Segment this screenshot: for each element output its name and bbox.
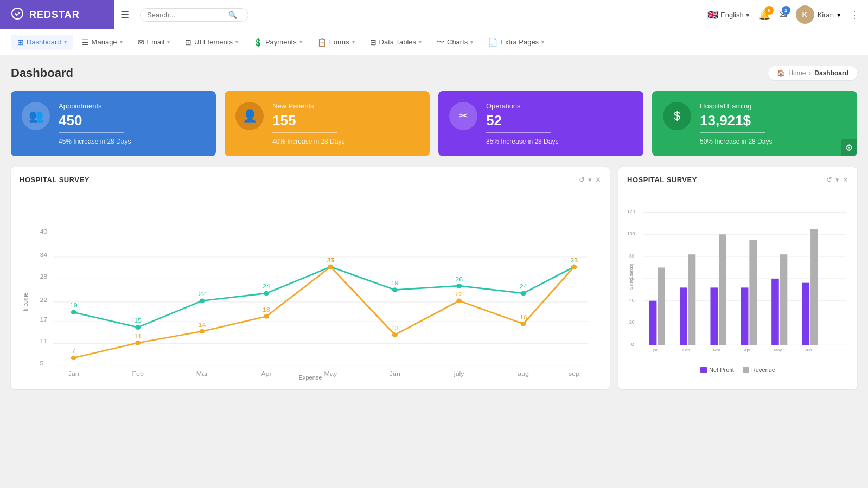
chevron-down-button[interactable]: ▾ [588,176,592,184]
svg-text:22: 22 [455,291,463,297]
svg-text:11: 11 [134,333,142,339]
svg-text:18: 18 [263,307,270,313]
svg-text:Mar: Mar [713,348,720,352]
nav-item-charts[interactable]: 〜 Charts ▾ [430,34,480,50]
appointments-icon-circle: 👥 [22,102,50,130]
svg-text:11: 11 [40,338,47,344]
bar [710,287,718,345]
divider [59,132,124,133]
svg-text:Jun: Jun [805,348,812,352]
bar-chart-container: 0 20 40 60 80 100 120 $ (thousands) [627,192,848,373]
svg-text:14: 14 [199,322,206,328]
svg-point-30 [392,287,398,292]
chevron-down-icon: ▾ [64,39,67,45]
svg-text:$ (thousands): $ (thousands) [629,264,634,290]
payments-nav-icon: 💲 [253,38,263,47]
nav-item-extra-pages[interactable]: 📄 Extra Pages ▾ [482,35,551,50]
search-input[interactable] [147,11,228,19]
line-chart-svg: 5 11 17 22 28 34 40 Jan [20,192,601,377]
operations-info: Operations 52 85% Increase in 28 Days [486,102,633,145]
data-tables-nav-icon: ⊟ [370,38,376,47]
page-title: Dashboard [11,66,73,80]
message-button[interactable]: ✉ 2 [779,9,787,21]
operations-label: Operations [486,102,633,110]
bar [771,279,779,345]
svg-text:May: May [324,371,337,377]
notification-badge-1: 6 [765,6,774,15]
svg-text:0: 0 [631,342,634,347]
svg-point-32 [521,291,526,296]
language-button[interactable]: 🇬🇧 English ▾ [707,10,750,20]
nav-item-data-tables[interactable]: ⊟ Data Tables ▾ [363,35,428,50]
svg-point-44 [135,341,141,345]
refresh-button-bar[interactable]: ↺ [826,176,832,184]
svg-text:5: 5 [40,361,43,367]
line-chart-title: HOSPITAL SURVEY [20,176,90,184]
svg-point-48 [392,332,398,337]
legend-net-profit: Net Profit [700,367,734,373]
chevron-down-button-bar[interactable]: ▾ [835,176,839,184]
line-chart-container: 5 11 17 22 28 34 40 Jan [20,192,601,381]
close-button[interactable]: ✕ [595,176,601,184]
svg-text:Feb: Feb [682,348,690,352]
nav-item-payments[interactable]: 💲 Payments ▾ [247,35,309,50]
nav-item-ui-elements[interactable]: ⊡ UI Elements ▾ [178,35,245,50]
legend-dot-net-profit [700,367,707,373]
divider [486,132,551,133]
breadcrumb-separator: › [809,69,811,77]
avatar: K [796,5,814,24]
user-menu-button[interactable]: K Kiran ▾ [796,5,841,24]
chevron-down-icon: ▾ [167,39,170,45]
breadcrumb-current: Dashboard [814,69,848,77]
chevron-down-icon: ▾ [470,39,473,45]
svg-point-28 [264,291,269,296]
svg-point-49 [456,299,462,304]
ui-elements-nav-icon: ⊡ [185,38,192,47]
home-icon: 🏠 [777,69,785,77]
appointments-label: Appointments [59,102,205,110]
manage-nav-icon: ☰ [82,38,89,47]
notification-badge-2: 2 [782,6,790,15]
close-button-bar[interactable]: ✕ [843,176,848,184]
settings-button[interactable]: ⚙ [841,139,857,156]
patients-value: 155 [272,112,419,129]
bar-chart-card: HOSPITAL SURVEY ↺ ▾ ✕ 0 20 40 60 80 100 … [618,167,857,389]
earning-info: Hospital Earning 13,921$ 50% Increase in… [700,102,846,145]
chevron-down-icon: ▾ [419,39,422,45]
divider [272,132,337,133]
logo-icon [11,7,24,23]
svg-text:80: 80 [629,253,635,259]
nav-item-dashboard[interactable]: ⊞ Dashboard ▾ [11,35,73,50]
svg-text:Jan: Jan [68,371,79,377]
chevron-down-icon: ▾ [235,39,238,45]
charts-nav-icon: 〜 [437,37,444,47]
appointments-info: Appointments 450 45% Increase in 28 Days [59,102,205,145]
chevron-down-icon: ▾ [299,39,302,45]
main-content: Dashboard 🏠 Home › Dashboard 👥 Appointme… [0,55,868,400]
line-chart-actions: ↺ ▾ ✕ [579,176,601,184]
appointments-change: 45% Increase in 28 Days [59,138,205,145]
refresh-button[interactable]: ↺ [579,176,585,184]
nav-item-forms[interactable]: 📋 Forms ▾ [311,35,361,50]
hamburger-button[interactable]: ☰ [116,7,133,23]
svg-text:19: 19 [70,303,78,309]
svg-text:Feb: Feb [132,371,143,377]
page-header: Dashboard 🏠 Home › Dashboard [11,66,857,80]
nav-item-manage[interactable]: ☰ Manage ▾ [75,35,129,50]
svg-text:sep: sep [569,371,579,377]
divider [700,132,765,133]
nav-item-email[interactable]: ✉ Email ▾ [131,35,177,50]
language-label: English [720,11,744,19]
svg-text:Income: Income [22,292,29,311]
svg-point-27 [200,299,205,304]
bar-chart-title: HOSPITAL SURVEY [627,176,697,184]
bar-chart-svg: 0 20 40 60 80 100 120 $ (thousands) [627,192,848,361]
svg-text:Mar: Mar [196,371,208,377]
bar [658,267,665,345]
more-options-button[interactable]: ⋮ [850,9,859,21]
notification-bell-button[interactable]: 🔔 6 [758,9,770,21]
logo-area: REDSTAR [0,0,114,29]
bar [649,301,657,345]
line-chart-card: HOSPITAL SURVEY ↺ ▾ ✕ 5 11 17 22 28 34 4… [11,167,610,389]
svg-text:40: 40 [629,298,635,303]
